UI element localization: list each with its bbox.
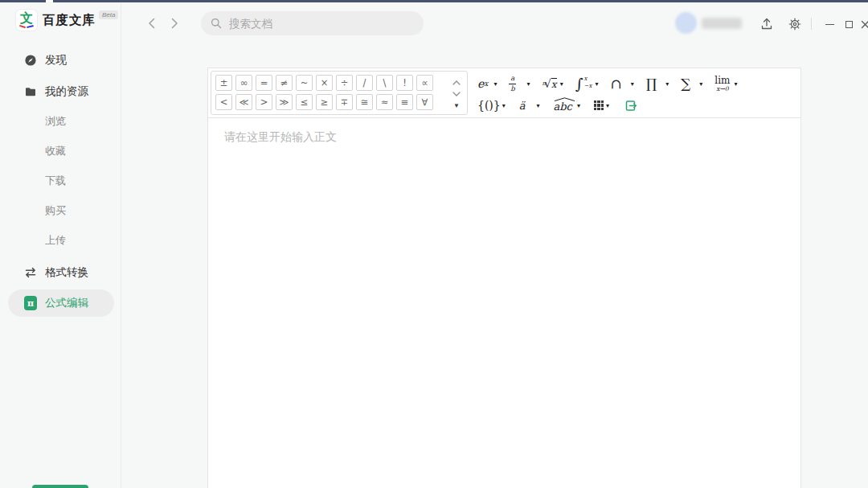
formula-exponent-button[interactable]: ex ▾	[477, 77, 497, 90]
sidebar-item-my-resources[interactable]: 我的资源	[0, 78, 121, 105]
search-bar[interactable]	[201, 11, 424, 35]
symbol-button[interactable]: ÷	[336, 75, 353, 91]
symbol-button[interactable]: ∓	[336, 94, 353, 110]
symbol-button[interactable]: ≪	[235, 94, 252, 110]
symbol-button[interactable]: ≅	[356, 94, 373, 110]
sidebar-item-downloads[interactable]: 下载	[0, 167, 121, 195]
sidebar-bottom-button-edge[interactable]	[32, 485, 88, 488]
formula-accent-button[interactable]: ä ▾	[519, 100, 540, 112]
symbol-button[interactable]: ≤	[296, 94, 313, 110]
symbol-button[interactable]: ±	[215, 75, 232, 91]
compass-icon	[24, 54, 37, 67]
settings-button[interactable]	[787, 16, 803, 32]
formula-row-1: ex ▾ ab ▾ n√x ▾ ∫ x−x ▾ ∩ ▾	[477, 73, 737, 94]
sidebar-item-favorites[interactable]: 收藏	[0, 137, 121, 165]
palette-scroll-controls: ▼	[449, 72, 464, 114]
dropdown-caret-icon: ▾	[665, 80, 669, 88]
sidebar-item-label: 公式编辑	[45, 296, 88, 310]
symbol-button[interactable]: ∞	[235, 75, 252, 91]
symbol-button[interactable]: ∀	[416, 94, 433, 110]
upload-button[interactable]	[759, 16, 775, 32]
upload-icon	[760, 17, 774, 31]
forward-button[interactable]	[169, 18, 180, 29]
palette-more-button[interactable]: ▼	[453, 99, 460, 109]
formula-root-button[interactable]: n√x ▾	[542, 77, 563, 90]
symbol-button[interactable]: ≠	[276, 75, 293, 91]
chevron-left-icon	[148, 18, 156, 29]
formula-editor-area[interactable]: 请在这里开始输入正文	[207, 117, 801, 488]
symbol-palette: ± ∞ = ≠ ~ × ÷ / \ ! ∝ < ≪ > ≫ ≤ ≥ ∓ ≅	[211, 71, 468, 115]
symbol-button[interactable]: ≥	[316, 94, 333, 110]
dropdown-caret-icon: ▾	[595, 80, 598, 88]
dropdown-caret-icon: ▾	[699, 80, 702, 88]
formula-integral-button[interactable]: ∫ x−x ▾	[575, 76, 599, 92]
logo-blue-stroke	[27, 25, 34, 28]
sidebar-item-format-convert[interactable]: 格式转换	[0, 259, 121, 286]
palette-scroll-up-button[interactable]	[452, 76, 461, 87]
symbol-button[interactable]: \	[376, 75, 393, 91]
symbol-button[interactable]: ×	[316, 75, 333, 91]
minimize-icon	[825, 24, 834, 25]
chevron-right-icon	[170, 18, 178, 29]
insert-to-document-button[interactable]	[623, 98, 638, 113]
username-redacted	[702, 18, 742, 29]
symbol-button[interactable]: ≫	[276, 94, 293, 110]
back-button[interactable]	[146, 18, 158, 29]
sidebar: 文 百度文库 Beta 发现 我的资源 浏览 收藏 下载	[0, 0, 121, 488]
sidebar-item-label: 收藏	[45, 144, 66, 158]
sidebar-item-label: 格式转换	[45, 265, 88, 280]
brand-name: 百度文库	[43, 12, 96, 29]
formula-matrix-button[interactable]: ▾	[594, 100, 609, 110]
dropdown-caret-icon: ▾	[560, 80, 563, 88]
formula-limit-button[interactable]: limx→0 ▾	[714, 76, 737, 92]
symbol-button[interactable]: ~	[296, 75, 313, 91]
swap-arrows-icon	[24, 266, 37, 279]
user-avatar[interactable]	[675, 12, 697, 34]
maximize-button[interactable]	[841, 16, 857, 32]
sidebar-item-browse[interactable]: 浏览	[0, 108, 121, 135]
formula-product-button[interactable]: ∏ ▾	[646, 77, 669, 91]
palette-scroll-down-button[interactable]	[452, 88, 461, 98]
symbol-button[interactable]: /	[356, 75, 373, 91]
formula-buttons: ex ▾ ab ▾ n√x ▾ ∫ x−x ▾ ∩ ▾	[477, 68, 799, 117]
maximize-icon	[845, 21, 853, 28]
symbol-button[interactable]: !	[396, 75, 413, 91]
search-input[interactable]	[227, 17, 407, 31]
formula-widehat-button[interactable]: abc ▾	[554, 98, 580, 113]
folder-icon	[24, 85, 37, 98]
pi-icon: π	[24, 297, 37, 310]
formula-row-2: {()} ▾ ä ▾ abc ▾ ▾	[477, 96, 638, 115]
dropdown-caret-icon: ▾	[526, 80, 530, 88]
sidebar-item-uploads[interactable]: 上传	[0, 227, 121, 254]
minimize-button[interactable]	[821, 16, 837, 32]
symbol-button[interactable]: ∝	[416, 75, 433, 91]
header-bar	[121, 0, 868, 47]
wenku-logo-icon: 文	[16, 10, 37, 31]
dropdown-caret-icon: ▾	[631, 80, 634, 88]
formula-sum-button[interactable]: ∑ ▾	[681, 77, 702, 91]
sidebar-item-discover[interactable]: 发现	[0, 47, 121, 74]
symbol-button[interactable]: =	[256, 75, 272, 91]
sidebar-item-label: 浏览	[45, 114, 66, 129]
formula-bracket-button[interactable]: {()} ▾	[477, 99, 506, 112]
symbol-button[interactable]: ≡	[396, 94, 413, 110]
symbol-button[interactable]: >	[256, 94, 272, 110]
dropdown-caret-icon: ▾	[606, 102, 609, 109]
widehat-icon	[554, 97, 575, 101]
dropdown-caret-icon: ▾	[734, 80, 737, 88]
formula-intersection-button[interactable]: ∩ ▾	[610, 77, 633, 91]
sidebar-item-formula-edit[interactable]: π 公式编辑	[0, 289, 121, 317]
symbol-button[interactable]: ≈	[376, 94, 393, 110]
sidebar-item-purchases[interactable]: 购买	[0, 197, 121, 224]
symbol-button[interactable]: <	[215, 94, 232, 110]
formula-fraction-button[interactable]: ab ▾	[509, 75, 530, 92]
background-window-edge	[0, 0, 868, 2]
formula-toolbar: ± ∞ = ≠ ~ × ÷ / \ ! ∝ < ≪ > ≫ ≤ ≥ ∓ ≅	[207, 68, 801, 118]
gear-icon	[788, 17, 802, 31]
brand-logo: 文 百度文库 Beta	[16, 10, 118, 31]
close-button[interactable]	[857, 16, 868, 32]
matrix-grid-icon	[594, 100, 604, 110]
window-edge-notch	[46, 0, 53, 2]
triangle-down-icon: ▼	[453, 102, 460, 109]
logo-red-stroke	[19, 25, 26, 29]
